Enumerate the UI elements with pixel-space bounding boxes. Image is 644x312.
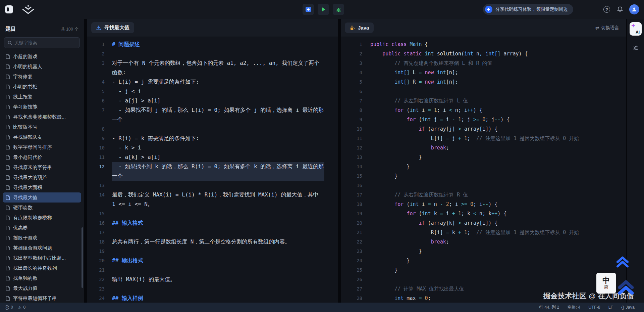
sidebar-problem-item[interactable]: 寻找游戏队友 [3, 132, 81, 142]
sidebar-problem-item[interactable]: 小超的游戏 [3, 51, 81, 61]
sidebar-problem-item[interactable]: 硬币凑数 [3, 203, 81, 213]
problem-line[interactable]: 9- R(i) = k 需要满足的条件如下: [87, 134, 338, 143]
problem-line[interactable]: 17 [87, 228, 338, 237]
problem-line[interactable]: 12 - 如果找不到 k 的话，那么 R(i) = 0; 如果有多个 k 的话，… [87, 162, 338, 181]
problem-line[interactable]: 10 - k > i [87, 143, 338, 152]
problem-line[interactable]: 15 [87, 209, 338, 218]
problem-line[interactable]: 7 - 如果找不到 j 的话，那么 L(i) = 0; 如果有多个 j 的话，选… [87, 105, 338, 124]
code-line[interactable]: 9 for (int j = i - 1; j >= 0; j--) { [341, 115, 626, 124]
problem-tab[interactable]: 寻找最大值 [91, 22, 134, 33]
sidebar-problem-item[interactable]: 最小趋同代价 [3, 152, 81, 162]
juejin-logo-icon[interactable] [22, 5, 34, 14]
problem-line[interactable]: 5 - j < i [87, 87, 338, 96]
warnings-indicator[interactable]: ⚠ 0 [18, 305, 25, 310]
debug-button[interactable] [333, 4, 344, 15]
feedback-bug-icon[interactable] [633, 44, 639, 51]
language-tab[interactable]: Java [345, 23, 374, 33]
app-logo-icon[interactable] [5, 5, 13, 14]
sidebar-problem-item[interactable]: 数字字母问号排序 [3, 142, 81, 152]
code-line[interactable]: 1public class Main { [341, 40, 626, 49]
eol-setting[interactable]: LF [608, 305, 613, 310]
problem-line[interactable]: 23 [87, 284, 338, 294]
sidebar-problem-item[interactable]: 寻找最大值 [3, 192, 81, 203]
code-line[interactable]: 13 } [341, 152, 626, 162]
sidebar-problem-item[interactable]: 找单独的数 [3, 273, 81, 283]
user-avatar[interactable] [629, 4, 639, 14]
problem-line[interactable]: 20## 输出格式 [87, 256, 338, 265]
code-line[interactable]: 5 int[] R = new int[n]; [341, 77, 626, 87]
add-file-button[interactable] [303, 4, 314, 15]
problem-line[interactable]: 11 - a[k] > a[i] [87, 152, 338, 162]
code-line[interactable]: 20 if (array[k] > array[i]) { [341, 218, 626, 228]
code-line[interactable]: 25 } [341, 265, 626, 275]
problem-line[interactable]: 14最后，我们定义 MAX(i) = L(i) * R(i)，我们需要找到 MA… [87, 190, 338, 209]
sidebar-problem-item[interactable]: 英雄组合游戏问题 [3, 243, 81, 253]
errors-indicator[interactable]: ✕ 0 [5, 305, 13, 310]
code-line[interactable]: 26 [341, 275, 626, 284]
sidebar-problem-item[interactable]: 寻找最大面积 [3, 182, 81, 192]
sidebar-problem-item[interactable]: 寻找最大的葫芦 [3, 172, 81, 182]
sidebar-problem-item[interactable]: 摇骰子游戏 [3, 233, 81, 243]
problem-line[interactable]: 2 [87, 49, 338, 58]
sidebar-problem-item[interactable]: 线上报警 [3, 92, 81, 102]
problem-line[interactable]: 24## 输入样例 [87, 294, 338, 303]
run-button[interactable] [318, 4, 329, 15]
notifications-bell-icon[interactable] [617, 6, 623, 13]
code-line[interactable]: 4 int[] L = new int[n]; [341, 68, 626, 77]
cursor-position[interactable]: 行 44, 列 2 [539, 305, 559, 310]
sidebar-problem-item[interactable]: 找出整型数组中占比超... [3, 253, 81, 263]
code-line[interactable]: 19 for (int k = i + 1; k < n; k++) { [341, 209, 626, 218]
code-line[interactable]: 7 // 从左到右遍历数组计算 L 值 [341, 96, 626, 105]
code-line[interactable]: 8 for (int i = 1; i < n; i++) { [341, 105, 626, 115]
code-line[interactable]: 14 } [341, 162, 626, 171]
problem-line[interactable]: 13 [87, 181, 338, 190]
problem-line[interactable]: 8 [87, 124, 338, 134]
problem-line[interactable]: 16## 输入格式 [87, 218, 338, 228]
switch-language-button[interactable]: ⇄ 切换语言 [595, 25, 622, 31]
problem-editor-body[interactable]: 1# 问题描述23对于一个有 N 个元素的数组，包含如下的元素 a1, a2, … [87, 37, 338, 303]
code-line[interactable]: 18 for (int i = n - 2; i >= 0; i--) { [341, 199, 626, 209]
code-line[interactable]: 21 R[i] = k + 1; // 注意这里加 1 是因为数组下标从 0 开… [341, 228, 626, 237]
sidebar-problem-item[interactable]: 字符串最短循环子串 [3, 293, 81, 303]
sidebar-problem-item[interactable]: 比较版本号 [3, 122, 81, 132]
sidebar-problem-item[interactable]: 小明的书柜 [3, 82, 81, 92]
sidebar-problem-item[interactable]: 最大战力值 [3, 283, 81, 293]
code-editor-body[interactable]: 1public class Main {2 public static int … [341, 37, 626, 303]
sidebar-problem-item[interactable]: 找出最长的神奇数列 [3, 263, 81, 273]
sidebar-problem-item[interactable]: 寻找原来的字符串 [3, 162, 81, 172]
code-line[interactable]: 6 [341, 87, 626, 96]
code-line[interactable]: 10 if (array[j] > array[i]) { [341, 124, 626, 134]
code-line[interactable]: 16 [341, 181, 626, 190]
sidebar-scrollbar[interactable] [82, 227, 83, 288]
problem-line[interactable]: 18总共有两行，第一行是数组长度 N，第二个是空格分割的所有数组的内容。 [87, 237, 338, 247]
problem-line[interactable]: 21 [87, 265, 338, 275]
code-line[interactable]: 24 } [341, 256, 626, 265]
sidebar-problem-item[interactable]: 学习新技能 [3, 102, 81, 112]
problem-line[interactable]: 19 [87, 247, 338, 256]
code-line[interactable]: 23 } [341, 247, 626, 256]
code-line[interactable]: 22 break; [341, 237, 626, 247]
indent-setting[interactable]: 空格: 4 [567, 305, 580, 310]
code-line[interactable]: 11 L[i] = j + 1; // 注意这里加 1 是因为数组下标从 0 开… [341, 134, 626, 143]
language-mode[interactable]: {} Java [621, 305, 635, 310]
problem-line[interactable]: 3对于一个有 N 个元素的数组，包含如下的元素 a1, a2, ..., an,… [87, 58, 338, 77]
problem-line[interactable]: 22输出 MAX(i) 的最大值。 [87, 275, 338, 284]
problem-line[interactable]: 6 - a[j] > a[i] [87, 96, 338, 105]
sidebar-problem-item[interactable]: 小明的机器人 [3, 61, 81, 72]
sidebar-problem-item[interactable]: 有点限制地走楼梯 [3, 213, 81, 223]
code-line[interactable]: 15 } [341, 171, 626, 181]
sidebar-problem-item[interactable]: 字符修复 [3, 72, 81, 82]
search-input[interactable] [14, 40, 76, 45]
sidebar-problem-item[interactable]: 寻找包含斐波那契数最... [3, 112, 81, 122]
problem-line[interactable]: 1# 问题描述 [87, 40, 338, 49]
help-icon[interactable]: ? [603, 6, 610, 13]
problem-line[interactable]: 4- L(i) = j 需要满足的条件如下: [87, 77, 338, 87]
code-line[interactable]: 12 break; [341, 143, 626, 152]
code-line[interactable]: 2 public static int solution(int n, int[… [341, 49, 626, 58]
sidebar-problem-item[interactable]: 优惠券 [3, 223, 81, 233]
ime-indicator[interactable]: 中 简 [596, 273, 616, 294]
code-line[interactable]: 3 // 首先创建两个数组来存储 L 和 R 的值 [341, 58, 626, 68]
ai-assistant-button[interactable]: AI [630, 22, 642, 36]
encoding[interactable]: UTF-8 [588, 305, 600, 310]
code-line[interactable]: 17 // 从右到左遍历数组计算 R 值 [341, 190, 626, 199]
